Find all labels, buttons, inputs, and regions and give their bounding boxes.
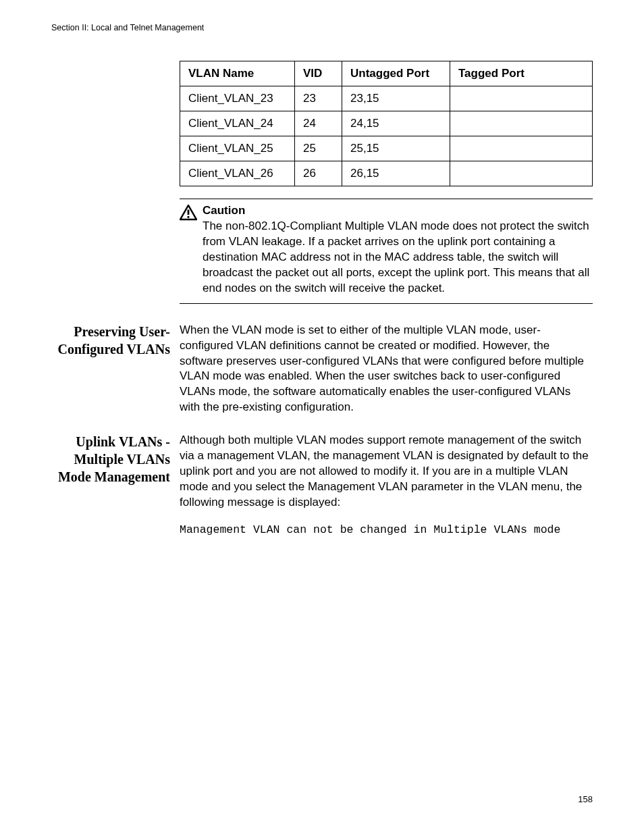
cell-tagged — [450, 111, 593, 136]
cell-vlan-name: Client_VLAN_26 — [180, 161, 295, 186]
svg-rect-1 — [188, 210, 190, 215]
cell-vid: 25 — [295, 136, 342, 161]
caution-label: Caution — [203, 204, 245, 217]
cell-vlan-name: Client_VLAN_25 — [180, 136, 295, 161]
cell-vid: 23 — [295, 86, 342, 111]
table-header-row: VLAN Name VID Untagged Port Tagged Port — [180, 61, 593, 86]
cell-untagged: 24,15 — [342, 111, 450, 136]
caution-icon — [180, 203, 203, 221]
table-row: Client_VLAN_25 25 25,15 — [180, 136, 593, 161]
page-number: 158 — [578, 794, 593, 804]
table-row: Client_VLAN_23 23 23,15 — [180, 86, 593, 111]
running-header: Section II: Local and Telnet Management — [51, 23, 593, 32]
cell-vid: 24 — [295, 111, 342, 136]
cell-untagged: 25,15 — [342, 136, 450, 161]
cell-untagged: 23,15 — [342, 86, 450, 111]
section-heading-preserving: Preserving User-Configured VLANs — [51, 323, 180, 358]
section-heading-uplink: Uplink VLANs - Multiple VLANs Mode Manag… — [51, 433, 180, 486]
cell-vlan-name: Client_VLAN_23 — [180, 86, 295, 111]
section-body-uplink: Although both multiple VLAN modes suppor… — [180, 433, 593, 511]
section-body-preserving: When the VLAN mode is set to either of t… — [180, 323, 593, 416]
table-row: Client_VLAN_26 26 26,15 — [180, 161, 593, 186]
cell-untagged: 26,15 — [342, 161, 450, 186]
th-vlan-name: VLAN Name — [180, 61, 295, 86]
cell-tagged — [450, 86, 593, 111]
caution-block: Caution The non-802.1Q-Compliant Multipl… — [180, 199, 593, 304]
cell-vlan-name: Client_VLAN_24 — [180, 111, 295, 136]
cell-tagged — [450, 161, 593, 186]
th-untagged-port: Untagged Port — [342, 61, 450, 86]
vlan-table: VLAN Name VID Untagged Port Tagged Port … — [180, 61, 593, 186]
table-row: Client_VLAN_24 24 24,15 — [180, 111, 593, 136]
caution-body: The non-802.1Q-Compliant Multiple VLAN m… — [203, 219, 589, 294]
code-message: Management VLAN can not be changed in Mu… — [180, 523, 593, 538]
th-vid: VID — [295, 61, 342, 86]
th-tagged-port: Tagged Port — [450, 61, 593, 86]
svg-rect-2 — [188, 216, 190, 218]
cell-vid: 26 — [295, 161, 342, 186]
cell-tagged — [450, 136, 593, 161]
